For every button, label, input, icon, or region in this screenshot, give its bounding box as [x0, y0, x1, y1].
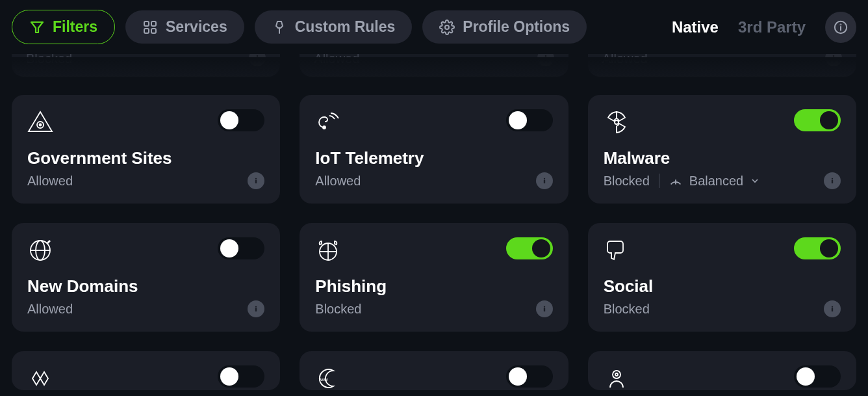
- svg-point-21: [323, 126, 326, 129]
- card-info-button[interactable]: [248, 300, 264, 317]
- svg-point-9: [841, 24, 841, 25]
- torrent-icon: [27, 365, 53, 390]
- card-title: Malware: [604, 148, 841, 168]
- partial-card: [12, 351, 280, 390]
- svg-point-42: [615, 373, 618, 376]
- svg-rect-23: [543, 180, 544, 183]
- svg-rect-39: [832, 308, 833, 311]
- toggle-social[interactable]: [794, 237, 841, 259]
- svg-rect-37: [543, 308, 544, 311]
- gear-icon: [439, 20, 455, 35]
- partial-card: [588, 351, 856, 390]
- card-info-button[interactable]: [536, 300, 553, 317]
- toggle-iot-telemetry[interactable]: [506, 109, 553, 131]
- spy-icon: [604, 365, 630, 390]
- svg-rect-4: [151, 29, 156, 33]
- radioactive-icon: [604, 109, 630, 135]
- svg-point-6: [445, 25, 449, 29]
- svg-point-36: [543, 306, 544, 308]
- filter-card-phishing: Phishing Blocked: [300, 223, 568, 332]
- toggle-malware[interactable]: [794, 109, 841, 131]
- header-info-button[interactable]: [825, 12, 856, 43]
- toggle-partial[interactable]: [794, 365, 841, 388]
- header-tabs-bar: Filters Services Custom Rules Profile Op…: [0, 0, 868, 54]
- toggle-partial[interactable]: [506, 365, 553, 388]
- filter-card-iot-telemetry: IoT Telemetry Allowed: [300, 95, 568, 204]
- card-info-button[interactable]: [536, 172, 553, 189]
- view-toggle-3rd-party[interactable]: 3rd Party: [738, 18, 806, 36]
- tab-profile-options[interactable]: Profile Options: [422, 10, 587, 44]
- svg-rect-3: [144, 29, 149, 33]
- filter-card-social: Social Blocked: [588, 223, 856, 332]
- svg-point-22: [543, 178, 544, 179]
- info-icon: [834, 20, 848, 34]
- svg-point-14: [833, 55, 834, 57]
- header-right-group: Native 3rd Party: [672, 12, 856, 43]
- tab-label: Custom Rules: [295, 18, 396, 36]
- filter-card-government-sites: Government Sites Allowed: [12, 95, 280, 204]
- svg-rect-1: [144, 21, 149, 26]
- svg-rect-32: [255, 308, 257, 311]
- partial-card: ww: [300, 351, 568, 390]
- card-info-button[interactable]: [824, 172, 841, 189]
- tab-services[interactable]: Services: [125, 10, 244, 44]
- card-title: Government Sites: [27, 148, 264, 168]
- svg-rect-20: [255, 180, 257, 183]
- filter-cards-grid: Government Sites Allowed IoT Telemetry A…: [12, 95, 856, 332]
- thumbs-down-icon: [604, 237, 630, 263]
- svg-point-26: [832, 178, 833, 179]
- svg-point-19: [255, 178, 257, 179]
- svg-point-38: [832, 306, 833, 308]
- www-moon-icon: ww: [315, 365, 341, 390]
- gauge-icon: [669, 174, 683, 188]
- svg-text:ww: ww: [320, 376, 328, 382]
- tab-label: Filters: [53, 18, 97, 36]
- pin-icon: [272, 20, 287, 35]
- globe-new-icon: [27, 237, 53, 263]
- eye-triangle-icon: [27, 109, 53, 135]
- chevron-down-icon: [750, 176, 760, 186]
- svg-point-18: [40, 124, 42, 126]
- filter-icon: [29, 20, 45, 35]
- svg-point-10: [257, 55, 258, 57]
- svg-point-24: [615, 120, 619, 124]
- card-status: Allowed: [315, 174, 361, 189]
- svg-rect-27: [832, 180, 833, 183]
- divider: [659, 174, 659, 188]
- svg-rect-15: [833, 57, 834, 60]
- signal-swirl-icon: [315, 109, 341, 135]
- mode-selector-malware[interactable]: Balanced: [669, 174, 760, 189]
- card-title: Phishing: [315, 276, 552, 297]
- svg-point-31: [255, 306, 257, 308]
- mode-label: Balanced: [689, 174, 743, 189]
- card-title: IoT Telemetry: [315, 148, 552, 168]
- svg-point-12: [544, 55, 546, 57]
- toggle-government-sites[interactable]: [218, 109, 264, 131]
- card-status: Allowed: [27, 302, 73, 317]
- tab-label: Services: [166, 18, 227, 36]
- svg-point-41: [613, 371, 620, 378]
- next-row-partial: ww: [12, 351, 856, 390]
- toggle-phishing[interactable]: [506, 237, 553, 259]
- svg-rect-11: [257, 57, 258, 60]
- svg-rect-2: [151, 21, 156, 26]
- card-title: New Domains: [27, 276, 264, 297]
- tab-label: Profile Options: [463, 18, 570, 36]
- card-status: Allowed: [27, 174, 73, 189]
- tab-custom-rules[interactable]: Custom Rules: [255, 10, 413, 44]
- devil-globe-icon: [315, 237, 341, 263]
- card-info-button[interactable]: [248, 172, 264, 189]
- svg-marker-0: [31, 22, 43, 33]
- toggle-partial[interactable]: [218, 365, 264, 388]
- card-status: Blocked: [604, 302, 650, 317]
- view-toggle-native[interactable]: Native: [672, 18, 719, 36]
- filters-grid-area: Blocked Allowed Allowed Government Sites…: [0, 15, 868, 390]
- grid-icon: [142, 20, 158, 35]
- card-status: Blocked: [315, 302, 361, 317]
- filter-card-malware: Malware Blocked Balanced: [588, 95, 856, 204]
- toggle-new-domains[interactable]: [218, 237, 264, 259]
- filter-card-new-domains: New Domains Allowed: [12, 223, 280, 332]
- card-info-button[interactable]: [824, 300, 841, 317]
- tab-filters[interactable]: Filters: [12, 10, 115, 44]
- svg-rect-13: [544, 57, 546, 60]
